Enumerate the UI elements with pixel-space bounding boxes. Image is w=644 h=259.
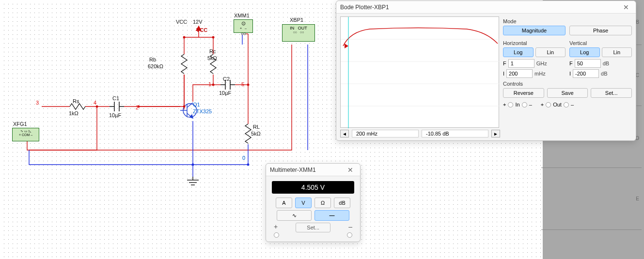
xbp1-in-label: IN: [290, 26, 294, 30]
xfg1-label: XFG1: [13, 121, 27, 127]
phase-button[interactable]: Phase: [569, 26, 632, 35]
mm-minus: –: [348, 223, 352, 232]
mm-titlebar[interactable]: Multimeter-XMM1 ✕: [266, 164, 360, 176]
h-f-label: F: [503, 61, 506, 66]
mm-volts-button[interactable]: V: [295, 198, 312, 208]
xbp1-label: XBP1: [290, 17, 303, 23]
h-f-unit: GHz: [536, 61, 553, 66]
in-minus: –: [529, 102, 532, 107]
node-1: 1: [208, 81, 211, 87]
v-log-button[interactable]: Log: [569, 47, 600, 57]
vertical-label: Vertical: [569, 40, 632, 46]
mm-db-button[interactable]: dB: [334, 198, 350, 208]
bode-plot[interactable]: [340, 16, 499, 128]
cursor-x-readout: 200 mHz: [352, 130, 419, 137]
rl-val: 5kΩ: [251, 131, 261, 137]
xmm1-label: XMM1: [234, 13, 250, 18]
bode-titlebar[interactable]: Bode Plotter-XBP1 ✕: [336, 1, 636, 14]
mm-dc-button[interactable]: —: [314, 210, 349, 221]
c1-name: C1: [112, 95, 119, 101]
out-plus: +: [541, 102, 544, 107]
rl-name: RL: [253, 124, 260, 130]
q1-name: Q1: [193, 102, 200, 107]
mode-label: Mode: [503, 18, 632, 24]
rc-val: 5kΩ: [207, 55, 217, 61]
close-icon[interactable]: ✕: [620, 2, 632, 12]
svg-point-17: [212, 36, 215, 39]
in-plus: +: [503, 102, 506, 107]
bode-plotter-window[interactable]: Bode Plotter-XBP1 ✕ ◄ 200 mHz -10.85: [336, 0, 636, 141]
h-log-button[interactable]: Log: [503, 47, 534, 57]
svg-point-25: [241, 33, 243, 35]
v-f-unit: dB: [603, 61, 619, 66]
out-minus: –: [571, 102, 574, 107]
svg-point-18: [212, 84, 215, 86]
vcc-value: 12V: [193, 19, 203, 25]
c2-name: C2: [223, 76, 230, 82]
node-0: 0: [242, 155, 245, 161]
mm-minus-terminal[interactable]: [347, 232, 352, 238]
horizontal-label: Horizontal: [503, 40, 565, 46]
instrument-xfg1[interactable]: ∿ ▭ ◺ + COM –: [12, 128, 39, 141]
node-4: 4: [94, 100, 96, 106]
in-minus-terminal[interactable]: [522, 102, 527, 107]
mm-display: 4.505 V: [272, 181, 354, 194]
in-label: In: [515, 102, 519, 107]
svg-point-19: [247, 84, 250, 86]
h-i-label: I: [503, 71, 504, 76]
c2-val: 10µF: [219, 90, 231, 96]
vcc-net: VCC: [196, 27, 207, 33]
reverse-button[interactable]: Reverse: [503, 88, 544, 98]
xbp1-out-label: OUT: [298, 26, 307, 30]
svg-point-22: [96, 106, 98, 108]
rs-val: 1kΩ: [69, 110, 79, 116]
svg-marker-13: [190, 115, 193, 118]
multimeter-window[interactable]: Multimeter-XMM1 ✕ 4.505 V A V Ω dB ∿ — +…: [266, 163, 361, 242]
mm-set-button[interactable]: Set...: [296, 223, 330, 232]
mm-amps-button[interactable]: A: [276, 198, 292, 208]
h-f-input[interactable]: [508, 59, 534, 68]
controls-label: Controls: [503, 81, 632, 87]
rb-val: 620kΩ: [148, 63, 163, 69]
in-plus-terminal[interactable]: [508, 102, 513, 107]
svg-point-20: [183, 106, 186, 108]
ruler-b: B: [636, 19, 639, 25]
out-plus-terminal[interactable]: [546, 102, 551, 107]
rs-name: Rs: [73, 98, 79, 104]
cursor-right-button[interactable]: ►: [491, 130, 500, 137]
v-i-input[interactable]: [573, 69, 599, 78]
mm-ac-button[interactable]: ∿: [277, 210, 312, 221]
node-2: 2: [136, 105, 139, 110]
rb-name: Rb: [149, 57, 156, 62]
q1-model: ZTX325: [193, 108, 212, 114]
cursor-left-button[interactable]: ◄: [340, 130, 349, 137]
v-f-label: F: [569, 61, 573, 66]
instrument-xbp1[interactable]: IN OUT ○○ ○○: [282, 24, 315, 42]
set-button[interactable]: Set...: [591, 88, 632, 98]
ruler-e: E: [636, 196, 639, 201]
mm-title: Multimeter-XMM1: [270, 167, 316, 173]
mm-ohms-button[interactable]: Ω: [314, 198, 331, 208]
save-button[interactable]: Save: [547, 88, 588, 98]
instrument-xmm1[interactable]: ⊙ + –: [234, 19, 253, 33]
v-i-unit: dB: [601, 71, 617, 76]
mm-plus: +: [274, 223, 278, 232]
node-3: 3: [36, 100, 39, 106]
h-lin-button[interactable]: Lin: [535, 47, 566, 57]
v-f-input[interactable]: [575, 59, 601, 68]
node-5: 5: [241, 81, 244, 87]
svg-marker-32: [345, 44, 348, 48]
svg-point-26: [244, 33, 246, 35]
cursor-y-readout: -10.85 dB: [422, 130, 488, 137]
svg-point-16: [183, 36, 186, 39]
c1-val: 10µF: [109, 112, 121, 118]
v-i-label: I: [569, 71, 571, 76]
v-lin-button[interactable]: Lin: [602, 47, 632, 57]
close-icon[interactable]: ✕: [345, 165, 356, 175]
out-minus-terminal[interactable]: [564, 102, 569, 107]
h-i-input[interactable]: [506, 69, 533, 78]
magnitude-button[interactable]: Magnitude: [503, 26, 565, 35]
h-i-unit: mHz: [534, 71, 551, 76]
rc-name: Rc: [209, 48, 216, 54]
mm-plus-terminal[interactable]: [274, 232, 279, 238]
